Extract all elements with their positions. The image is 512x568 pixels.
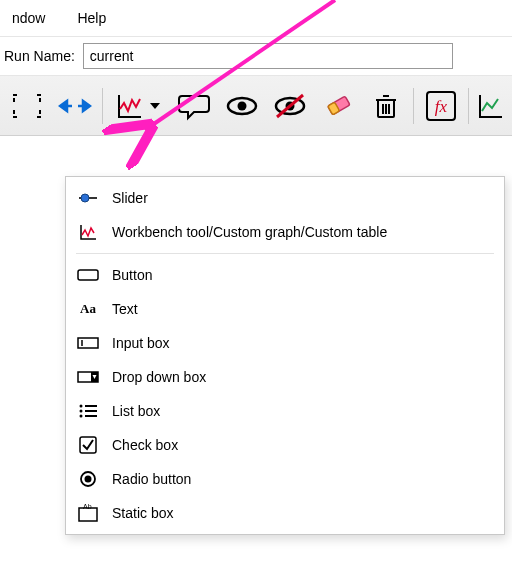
eye-slash-icon: [273, 91, 307, 121]
menu-item-static-box[interactable]: Ab Static box: [66, 496, 504, 530]
dropdown-box-icon: [76, 365, 100, 389]
select-brackets-button[interactable]: [6, 85, 48, 127]
menu-item-list-box[interactable]: List box: [66, 394, 504, 428]
eraser-icon: [323, 91, 353, 121]
hide-button[interactable]: [269, 85, 311, 127]
svg-rect-23: [78, 338, 98, 348]
svg-point-21: [81, 194, 89, 202]
menubar: ndow Help: [0, 0, 512, 36]
svg-marker-1: [60, 101, 67, 111]
menu-item-drop-down-box[interactable]: Drop down box: [66, 360, 504, 394]
eraser-button[interactable]: [317, 85, 359, 127]
svg-point-6: [238, 101, 247, 110]
menu-item-text[interactable]: Aa Text: [66, 292, 504, 326]
menu-item-label: Radio button: [112, 471, 191, 487]
radio-icon: [76, 467, 100, 491]
fx-icon: fx: [425, 90, 457, 122]
menu-item-label: Workbench tool/Custom graph/Custom table: [112, 224, 387, 240]
insert-dropdown-menu: Slider Workbench tool/Custom graph/Custo…: [65, 176, 505, 535]
menu-item-label: Input box: [112, 335, 170, 351]
select-brackets-icon: [12, 91, 42, 121]
run-name-label: Run Name:: [4, 48, 75, 64]
graph-dropdown-button[interactable]: [109, 85, 167, 127]
axes-icon: [476, 91, 504, 121]
svg-point-30: [80, 410, 83, 413]
menu-item-input-box[interactable]: Input box: [66, 326, 504, 360]
svg-marker-4: [150, 103, 160, 109]
menu-item-workbench-graph[interactable]: Workbench tool/Custom graph/Custom table: [66, 215, 504, 249]
svg-rect-22: [78, 270, 98, 280]
menu-item-label: List box: [112, 403, 160, 419]
slider-icon: [76, 186, 100, 210]
text-aa-icon: Aa: [76, 297, 100, 321]
toolbar-separator: [102, 88, 103, 124]
trash-button[interactable]: [365, 85, 407, 127]
graph-small-icon: [76, 220, 100, 244]
svg-point-28: [80, 405, 83, 408]
toolbar-separator: [468, 88, 469, 124]
graph-axes-button[interactable]: [475, 85, 505, 127]
menu-item-label: Text: [112, 301, 138, 317]
chevron-down-icon: [149, 100, 161, 112]
menu-item-check-box[interactable]: Check box: [66, 428, 504, 462]
trash-icon: [372, 91, 400, 121]
eye-icon: [225, 91, 259, 121]
menu-item-label: Static box: [112, 505, 173, 521]
run-name-input[interactable]: [83, 43, 453, 69]
list-icon: [76, 399, 100, 423]
speech-bubble-icon: [178, 91, 210, 121]
menu-divider: [76, 253, 494, 254]
svg-text:fx: fx: [435, 97, 448, 116]
menu-item-button[interactable]: Button: [66, 258, 504, 292]
menu-item-label: Button: [112, 267, 152, 283]
menu-item-label: Drop down box: [112, 369, 206, 385]
input-box-icon: [76, 331, 100, 355]
fit-horizontal-icon: [58, 91, 92, 121]
svg-text:Ab: Ab: [83, 504, 92, 510]
fx-function-button[interactable]: fx: [420, 85, 462, 127]
svg-marker-3: [83, 101, 90, 111]
fit-horizontal-button[interactable]: [54, 85, 96, 127]
graph-icon: [115, 91, 145, 121]
menu-item-label: Check box: [112, 437, 178, 453]
menu-item-radio-button[interactable]: Radio button: [66, 462, 504, 496]
svg-point-32: [80, 415, 83, 418]
static-box-icon: Ab: [76, 501, 100, 525]
menu-window[interactable]: ndow: [4, 4, 53, 32]
show-button[interactable]: [221, 85, 263, 127]
menu-item-slider[interactable]: Slider: [66, 181, 504, 215]
svg-rect-34: [80, 437, 96, 453]
comment-button[interactable]: [173, 85, 215, 127]
toolbar-separator: [413, 88, 414, 124]
run-name-bar: Run Name:: [0, 36, 512, 76]
toolbar: fx: [0, 76, 512, 136]
button-icon: [76, 263, 100, 287]
checkbox-icon: [76, 433, 100, 457]
menu-help[interactable]: Help: [69, 4, 114, 32]
svg-point-36: [85, 476, 92, 483]
menu-item-label: Slider: [112, 190, 148, 206]
